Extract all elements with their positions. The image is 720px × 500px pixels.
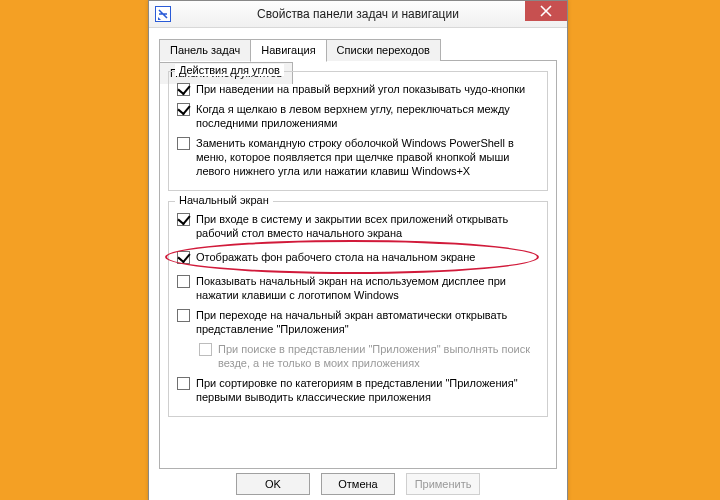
tab-taskbar[interactable]: Панель задач	[159, 39, 251, 61]
checkbox-icon[interactable]	[177, 309, 190, 322]
close-button[interactable]	[525, 1, 567, 21]
group-start-screen: Начальный экран При входе в систему и за…	[168, 201, 548, 417]
tab-navigation[interactable]: Навигация	[250, 39, 326, 62]
tab-jumplists[interactable]: Списки переходов	[326, 39, 441, 61]
checkbox-icon[interactable]	[177, 137, 190, 150]
window-title: Свойства панели задач и навигации	[149, 1, 567, 27]
opt-label: При сортировке по категориям в представл…	[196, 376, 539, 404]
opt-open-apps-view[interactable]: При переходе на начальный экран автомати…	[177, 308, 539, 336]
cancel-button[interactable]: Отмена	[321, 473, 395, 495]
opt-start-on-display[interactable]: Показывать начальный экран на используем…	[177, 274, 539, 302]
checkbox-icon[interactable]	[177, 83, 190, 96]
checkbox-icon[interactable]	[177, 377, 190, 390]
ok-button[interactable]: OK	[236, 473, 310, 495]
opt-label: При переходе на начальный экран автомати…	[196, 308, 539, 336]
opt-label: Показывать начальный экран на используем…	[196, 274, 539, 302]
checkbox-icon[interactable]	[177, 275, 190, 288]
opt-label: При входе в систему и закрытии всех прил…	[196, 212, 539, 240]
checkbox-icon[interactable]	[177, 251, 190, 264]
opt-label: Когда я щелкаю в левом верхнем углу, пер…	[196, 102, 539, 130]
dialog-buttons: OK Отмена Применить	[149, 473, 567, 495]
group-corner-actions-title: Действия для углов	[175, 64, 284, 76]
opt-search-everywhere: При поиске в представлении "Приложения" …	[199, 342, 539, 370]
opt-replace-powershell[interactable]: Заменить командную строку оболочкой Wind…	[177, 136, 539, 178]
group-corner-actions: Действия для углов При наведении на прав…	[168, 71, 548, 191]
apply-button: Применить	[406, 473, 480, 495]
opt-classic-apps-first[interactable]: При сортировке по категориям в представл…	[177, 376, 539, 404]
opt-top-left-switch[interactable]: Когда я щелкаю в левом верхнем углу, пер…	[177, 102, 539, 130]
tab-page-navigation: Действия для углов При наведении на прав…	[159, 61, 557, 469]
opt-top-right-charms[interactable]: При наведении на правый верхний угол пок…	[177, 82, 539, 96]
checkbox-icon	[199, 343, 212, 356]
checkbox-icon[interactable]	[177, 213, 190, 226]
titlebar: Свойства панели задач и навигации	[149, 1, 567, 28]
opt-signin-desktop[interactable]: При входе в систему и закрытии всех прил…	[177, 212, 539, 240]
opt-label: При поиске в представлении "Приложения" …	[218, 342, 539, 370]
opt-label: Отображать фон рабочего стола на начальн…	[196, 250, 539, 264]
opt-label: Заменить командную строку оболочкой Wind…	[196, 136, 539, 178]
group-start-screen-title: Начальный экран	[175, 194, 273, 206]
opt-desktop-background-on-start[interactable]: Отображать фон рабочего стола на начальн…	[177, 246, 539, 268]
checkbox-icon[interactable]	[177, 103, 190, 116]
dialog-window: Свойства панели задач и навигации Панель…	[148, 0, 568, 500]
opt-label: При наведении на правый верхний угол пок…	[196, 82, 539, 96]
tab-strip: Панель задачНавигацияСписки переходовПан…	[159, 38, 557, 61]
